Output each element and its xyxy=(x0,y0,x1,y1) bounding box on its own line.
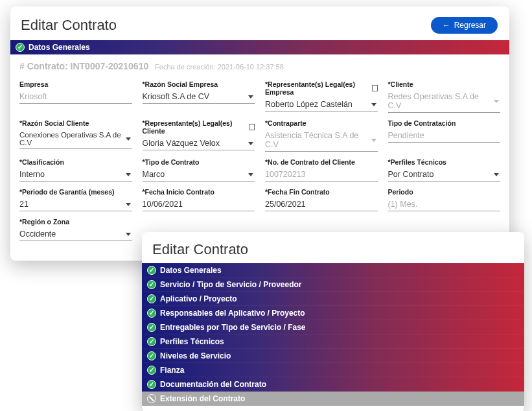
field-fecha-inicio: *Fecha Inicio Contrato 10/06/2021 xyxy=(143,188,255,211)
field-razon-cliente: *Razón Social Cliente Conexiones Operati… xyxy=(19,119,132,152)
label-rep-legal-cliente: *Representante(s) Legal(es) Cliente xyxy=(143,119,255,135)
input-fecha-inicio[interactable]: 10/06/2021 xyxy=(143,197,255,211)
label-fecha-inicio: *Fecha Inicio Contrato xyxy=(143,188,255,196)
form-grid: Empresa Kriosoft *Razón Social Empresa K… xyxy=(10,74,509,248)
section-row-label: Datos Generales xyxy=(160,266,222,275)
field-clasificacion: *Clasificación Interno xyxy=(19,158,132,182)
field-tipo-contrato: *Tipo de Contrato Marco xyxy=(143,158,255,182)
label-razon-cliente: *Razón Social Cliente xyxy=(19,119,132,127)
label-periodo-garantia: *Periodo de Garantía (meses) xyxy=(19,188,132,196)
input-periodo: (1) Mes. xyxy=(388,197,501,211)
section-header-label: Datos Generales xyxy=(29,43,90,52)
field-region: *Región o Zona Occidente xyxy=(19,218,132,241)
label-tipo-contratacion: Tipo de Contratación xyxy=(388,119,501,127)
check-icon: ✓ xyxy=(147,366,156,375)
field-rep-legal-cliente: *Representante(s) Legal(es) Cliente Glor… xyxy=(143,119,255,152)
section-row[interactable]: ✓Datos Generales xyxy=(142,263,524,277)
section-row[interactable]: ✓Fianza xyxy=(142,363,524,377)
field-razon-empresa: *Razón Social Empresa Kriosoft S.A de CV xyxy=(143,80,255,113)
chevron-down-icon xyxy=(126,233,131,236)
check-icon: ✓ xyxy=(16,43,25,52)
label-cliente: *Cliente xyxy=(388,80,501,88)
label-contraparte: *Contraparte xyxy=(265,119,378,127)
arrow-left-icon: ← xyxy=(443,21,450,30)
section-row-label: Niveles de Servicio xyxy=(160,351,231,360)
chevron-down-icon xyxy=(248,95,253,99)
section-row-label: Documentación del Contrato xyxy=(160,380,266,389)
select-periodo-garantia[interactable]: 21 xyxy=(19,197,132,211)
check-icon: ✓ xyxy=(147,351,156,360)
label-tipo-contrato: *Tipo de Contrato xyxy=(143,158,255,166)
chevron-down-icon xyxy=(248,173,253,176)
section-row-label: Entregables por Tipo de Servicio / Fase xyxy=(160,323,306,332)
label-periodo: Periodo xyxy=(388,188,501,196)
input-no-contrato-cliente: 100720213 xyxy=(265,167,378,182)
section-row[interactable]: ✓Niveles de Servicio xyxy=(142,349,524,363)
input-fecha-fin[interactable]: 25/06/2021 xyxy=(265,197,378,211)
label-fecha-fin: *Fecha Fin Contrato xyxy=(265,188,378,196)
field-cliente: *Cliente Redes Operativas S.A de C.V xyxy=(388,80,501,113)
section-row-label: Extensión del Contrato xyxy=(160,394,245,403)
check-icon: ✓ xyxy=(147,380,156,389)
check-icon: ✓ xyxy=(147,266,156,275)
section-row[interactable]: ✓Entregables por Tipo de Servicio / Fase xyxy=(142,320,524,335)
select-rep-legal-empresa[interactable]: Roberto López Castelán xyxy=(265,97,378,112)
chevron-down-icon xyxy=(371,103,376,106)
contract-number: # Contrato: INT0007-20210610 xyxy=(19,61,148,71)
section-row[interactable]: ✓Perfiles Técnicos xyxy=(142,335,524,349)
section-row-label: Fianza xyxy=(160,366,184,375)
back-button-label: Regresar xyxy=(454,21,486,30)
check-icon: ✓ xyxy=(147,323,156,332)
created-date: Fecha de creación: 2021-06-10 12:37:58 xyxy=(155,63,284,71)
label-razon-empresa: *Razón Social Empresa xyxy=(143,80,255,88)
section-row-label: Aplicativo / Proyecto xyxy=(160,294,237,303)
select-cliente: Redes Operativas S.A de C.V xyxy=(388,89,501,113)
checkbox-rep-legal-cliente[interactable] xyxy=(249,124,255,130)
check-icon: ✓ xyxy=(147,294,156,303)
check-icon: ✓ xyxy=(147,280,156,289)
section-row[interactable]: ✓Responsables del Aplicativo / Proyecto xyxy=(142,306,524,320)
chevron-down-icon xyxy=(126,137,131,141)
section-list: ✓Datos Generales✓Servicio / Tipo de Serv… xyxy=(142,263,524,406)
chevron-down-icon xyxy=(371,139,376,142)
field-tipo-contratacion: Tipo de Contratación Pendiente xyxy=(388,119,501,152)
sections-panel: Editar Contrato ✓Datos Generales✓Servici… xyxy=(142,232,524,411)
section-row[interactable]: Extensión del Contrato xyxy=(142,392,524,406)
select-razon-cliente[interactable]: Conexiones Operativas S.A de C.V xyxy=(19,128,132,149)
select-region[interactable]: Occidente xyxy=(19,227,132,241)
select-razon-empresa[interactable]: Kriosoft S.A de CV xyxy=(143,89,255,104)
section-row-label: Perfiles Técnicos xyxy=(160,337,224,346)
label-no-contrato-cliente: *No. de Contrato del Cliente xyxy=(265,158,378,166)
field-periodo-garantia: *Periodo de Garantía (meses) 21 xyxy=(19,188,132,211)
field-empresa: Empresa Kriosoft xyxy=(19,80,132,113)
page-title: Editar Contrato xyxy=(21,17,117,34)
input-empresa: Kriosoft xyxy=(19,89,132,104)
select-tipo-contrato[interactable]: Marco xyxy=(143,167,255,182)
label-rep-legal-empresa: *Representante(s) Legal(es) Empresa xyxy=(265,80,378,96)
section-row[interactable]: ✓Servicio / Tipo de Servicio / Proveedor xyxy=(142,277,524,292)
select-clasificacion[interactable]: Interno xyxy=(19,167,132,182)
section-header-bar[interactable]: ✓ Datos Generales xyxy=(10,40,509,54)
chevron-down-icon xyxy=(126,203,131,206)
section-row[interactable]: ✓Documentación del Contrato xyxy=(142,377,524,392)
check-icon: ✓ xyxy=(147,309,156,318)
back-button[interactable]: ← Regresar xyxy=(431,17,498,34)
select-perfiles-tecnicos[interactable]: Por Contrato xyxy=(388,167,501,182)
section-row[interactable]: ✓Aplicativo / Proyecto xyxy=(142,292,524,306)
label-region: *Región o Zona xyxy=(19,218,132,226)
checkbox-rep-legal-empresa[interactable] xyxy=(372,85,378,91)
disabled-icon xyxy=(147,394,156,403)
input-tipo-contratacion: Pendiente xyxy=(388,128,501,143)
select-contraparte: Asistencia Técnica S.A de C.V xyxy=(265,128,378,152)
page-header: Editar Contrato ← Regresar xyxy=(10,6,509,40)
section-row-label: Responsables del Aplicativo / Proyecto xyxy=(160,309,305,318)
chevron-down-icon xyxy=(494,173,499,176)
chevron-down-icon xyxy=(494,100,499,103)
field-contraparte: *Contraparte Asistencia Técnica S.A de C… xyxy=(265,119,378,152)
select-rep-legal-cliente[interactable]: Gloria Vázquez Velox xyxy=(143,136,255,150)
chevron-down-icon xyxy=(248,142,253,145)
page-title-front: Editar Contrato xyxy=(152,241,248,258)
field-periodo: Periodo (1) Mes. xyxy=(388,188,501,211)
check-icon: ✓ xyxy=(147,337,156,346)
field-fecha-fin: *Fecha Fin Contrato 25/06/2021 xyxy=(265,188,378,211)
